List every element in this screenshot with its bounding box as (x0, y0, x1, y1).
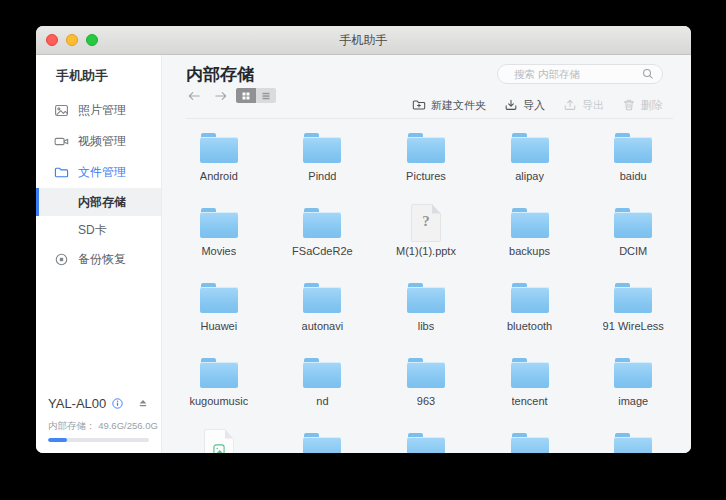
view-toggle (236, 88, 276, 103)
file-cell[interactable] (478, 425, 582, 453)
search-icon[interactable] (642, 68, 654, 80)
action-label: 导出 (582, 98, 604, 113)
device-panel: YAL-AL00 内部存 (48, 395, 149, 442)
file-label: kugoumusic (189, 395, 248, 407)
sidebar-item-file-management[interactable]: 文件管理 (36, 157, 161, 188)
file-label: nd (316, 395, 328, 407)
history-nav (187, 88, 228, 104)
device-name: YAL-AL00 (48, 396, 106, 411)
titlebar: 手机助手 (36, 26, 691, 55)
file-cell[interactable] (271, 425, 375, 453)
file-label: Pindd (308, 170, 336, 182)
file-cell[interactable]: Movies (167, 200, 271, 275)
app-window: 手机助手 手机助手 照片管理视频管理文件管理内部存储SD卡备份恢复 YAL-AL… (36, 26, 691, 453)
list-view-button[interactable] (256, 88, 276, 103)
unknown-file-icon: ? (411, 204, 441, 242)
folder-icon (200, 208, 238, 238)
image-glyph-icon (212, 443, 226, 453)
file-icon-slot (511, 203, 549, 243)
file-label: Movies (201, 245, 236, 257)
sidebar-header: 手机助手 (56, 67, 108, 85)
file-label: bluetooth (507, 320, 552, 332)
file-label: Android (200, 170, 238, 182)
folder-icon (614, 433, 652, 453)
minimize-button[interactable] (66, 34, 78, 46)
file-icon-slot (407, 428, 445, 453)
sidebar-subitem-internal-storage[interactable]: 内部存储 (36, 188, 161, 216)
new-folder-icon (412, 98, 426, 112)
folder-icon (407, 433, 445, 453)
file-cell[interactable]: nd (271, 350, 375, 425)
close-button[interactable] (46, 34, 58, 46)
folder-icon (614, 208, 652, 238)
file-cell[interactable]: Huawei (167, 275, 271, 350)
import-icon (504, 98, 518, 112)
file-cell[interactable]: ?M(1)(1).pptx (374, 200, 478, 275)
folder-icon (407, 358, 445, 388)
import-button[interactable]: 导入 (504, 98, 545, 113)
file-label: 963 (417, 395, 435, 407)
file-icon-slot (614, 278, 652, 318)
page-title: 内部存储 (186, 63, 254, 86)
file-cell[interactable]: kugoumusic (167, 350, 271, 425)
file-cell[interactable]: backups (478, 200, 582, 275)
file-cell[interactable]: FSaCdeR2e (271, 200, 375, 275)
traffic-lights (46, 34, 98, 46)
file-cell[interactable]: bluetooth (478, 275, 582, 350)
storage-progressbar (48, 438, 149, 442)
question-mark: ? (411, 213, 441, 230)
file-cell[interactable] (581, 425, 685, 453)
file-label: M(1)(1).pptx (396, 245, 456, 257)
grid-view-button[interactable] (236, 88, 256, 103)
info-icon[interactable] (112, 398, 123, 409)
sidebar-item-photo-management[interactable]: 照片管理 (36, 95, 161, 126)
action-toolbar: 新建文件夹导入导出删除 (412, 95, 663, 115)
file-icon-slot (303, 353, 341, 393)
file-cell[interactable] (167, 425, 271, 453)
file-icon-slot (511, 278, 549, 318)
sidebar-item-label: 备份恢复 (78, 251, 126, 268)
new-folder-button[interactable]: 新建文件夹 (412, 98, 486, 113)
folder-icon (511, 208, 549, 238)
sidebar-item-video-management[interactable]: 视频管理 (36, 126, 161, 157)
folder-icon (53, 165, 69, 181)
toolbar-divider (186, 118, 673, 119)
file-cell[interactable]: autonavi (271, 275, 375, 350)
maximize-button[interactable] (86, 34, 98, 46)
file-label: Pictures (406, 170, 446, 182)
folder-icon (614, 283, 652, 313)
photo-icon (53, 103, 69, 119)
file-icon-slot (511, 428, 549, 453)
file-cell[interactable]: alipay (478, 125, 582, 200)
sidebar-item-backup-restore[interactable]: 备份恢复 (36, 244, 161, 275)
file-cell[interactable]: Pictures (374, 125, 478, 200)
file-cell[interactable]: 963 (374, 350, 478, 425)
file-icon-slot (614, 353, 652, 393)
file-icon-slot (407, 353, 445, 393)
file-cell[interactable]: image (581, 350, 685, 425)
file-cell[interactable] (374, 425, 478, 453)
file-label: autonavi (302, 320, 344, 332)
file-cell[interactable]: tencent (478, 350, 582, 425)
file-icon-slot (303, 128, 341, 168)
video-icon (53, 134, 69, 150)
file-cell[interactable]: 91 WireLess (581, 275, 685, 350)
eject-icon[interactable] (137, 397, 149, 409)
folder-icon (511, 283, 549, 313)
file-cell[interactable]: DCIM (581, 200, 685, 275)
file-icon-slot (204, 428, 234, 453)
file-label: alipay (515, 170, 544, 182)
forward-arrow-icon[interactable] (214, 90, 228, 102)
search-input[interactable] (512, 67, 642, 81)
sidebar-subitem-sd-card[interactable]: SD卡 (36, 216, 161, 244)
file-cell[interactable]: libs (374, 275, 478, 350)
file-cell[interactable]: Pindd (271, 125, 375, 200)
file-cell[interactable]: Android (167, 125, 271, 200)
sidebar-subitem-label: 内部存储 (78, 194, 126, 211)
folder-icon (200, 133, 238, 163)
folder-icon (407, 283, 445, 313)
action-label: 新建文件夹 (431, 98, 486, 113)
action-label: 删除 (641, 98, 663, 113)
back-arrow-icon[interactable] (187, 90, 201, 102)
file-cell[interactable]: baidu (581, 125, 685, 200)
